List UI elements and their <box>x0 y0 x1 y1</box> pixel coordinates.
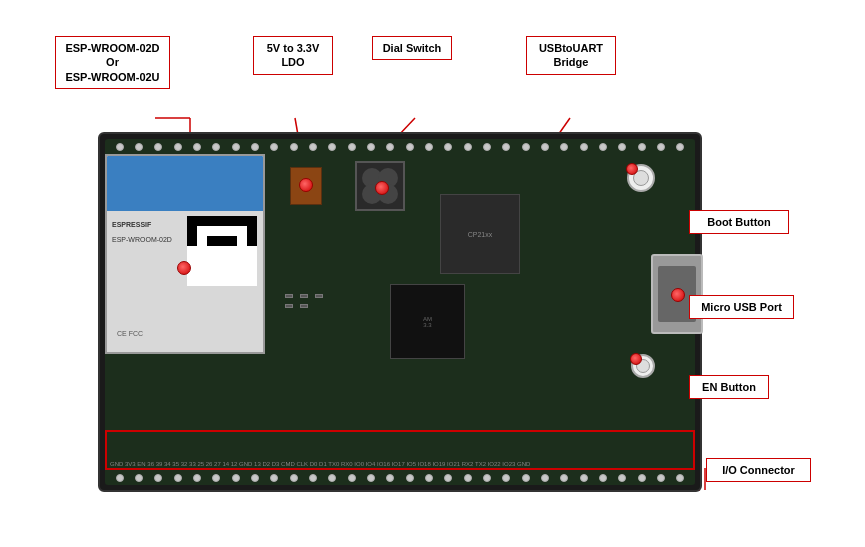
en-dot <box>630 353 642 365</box>
main-diagram: ESPRESSIF ESP-WROOM-02D CE FCC <box>0 0 865 547</box>
io-connector-label: I/O Connector <box>706 458 811 482</box>
uart-chip: CP21xx <box>440 194 520 274</box>
en-button-component <box>631 354 655 378</box>
micro-usb-component <box>651 254 703 334</box>
dial-switch-component <box>355 161 405 211</box>
esp-module-dot <box>177 261 191 275</box>
boot-dot <box>626 163 638 175</box>
ldo-label: 5V to 3.3V LDO <box>253 36 333 75</box>
esp-module-label: ESP-WROOM-02D Or ESP-WROOM-02U <box>55 36 170 89</box>
usb-bridge-label: USBtoUART Bridge <box>526 36 616 75</box>
boot-button-component <box>627 164 655 192</box>
pcb-board: ESPRESSIF ESP-WROOM-02D CE FCC <box>98 132 702 492</box>
main-chip: AM3.3 <box>390 284 465 359</box>
dial-switch-dot <box>375 181 389 195</box>
ldo-component <box>290 167 322 205</box>
ldo-dot <box>299 178 313 192</box>
usb-dot <box>671 288 685 302</box>
en-button-label: EN Button <box>689 375 769 399</box>
dial-switch-label: Dial Switch <box>372 36 452 60</box>
boot-button-label: Boot Button <box>689 210 789 234</box>
micro-usb-label: Micro USB Port <box>689 295 794 319</box>
esp-module: ESPRESSIF ESP-WROOM-02D CE FCC <box>105 154 265 354</box>
